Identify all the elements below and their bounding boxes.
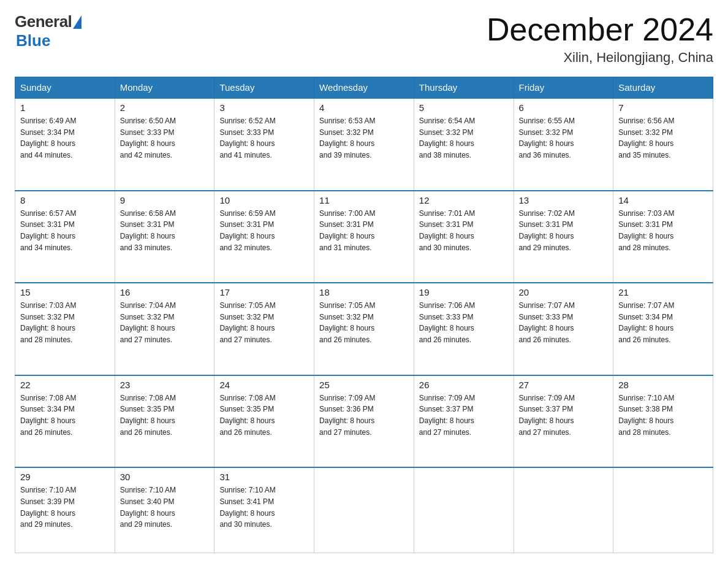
header-cell-saturday: Saturday	[613, 77, 713, 99]
day-number: 9	[120, 195, 210, 205]
calendar-cell: 27Sunrise: 7:09 AM Sunset: 3:37 PM Dayli…	[514, 375, 613, 468]
day-info: Sunrise: 7:07 AM Sunset: 3:34 PM Dayligh…	[618, 300, 708, 345]
day-number: 18	[319, 287, 409, 297]
day-info: Sunrise: 7:10 AM Sunset: 3:39 PM Dayligh…	[20, 484, 110, 530]
calendar-cell: 5Sunrise: 6:54 AM Sunset: 3:32 PM Daylig…	[414, 98, 514, 191]
header-row: SundayMondayTuesdayWednesdayThursdayFrid…	[15, 77, 713, 99]
header: General Blue December 2024 Xilin, Heilon…	[15, 12, 713, 66]
calendar-cell: 17Sunrise: 7:05 AM Sunset: 3:32 PM Dayli…	[214, 283, 314, 375]
calendar-cell: 29Sunrise: 7:10 AM Sunset: 3:39 PM Dayli…	[15, 467, 115, 553]
day-info: Sunrise: 7:09 AM Sunset: 3:37 PM Dayligh…	[519, 393, 609, 438]
day-number: 30	[120, 472, 210, 482]
calendar-cell: 23Sunrise: 7:08 AM Sunset: 3:35 PM Dayli…	[115, 375, 214, 468]
header-cell-tuesday: Tuesday	[214, 77, 314, 99]
day-number: 20	[519, 287, 609, 297]
header-cell-wednesday: Wednesday	[314, 77, 414, 99]
day-info: Sunrise: 7:10 AM Sunset: 3:41 PM Dayligh…	[219, 484, 309, 530]
calendar-cell: 22Sunrise: 7:08 AM Sunset: 3:34 PM Dayli…	[15, 375, 115, 468]
day-number: 16	[120, 287, 210, 297]
title-section: December 2024 Xilin, Heilongjiang, China	[487, 12, 713, 66]
day-info: Sunrise: 7:01 AM Sunset: 3:31 PM Dayligh…	[419, 208, 509, 253]
header-cell-friday: Friday	[514, 77, 613, 99]
calendar-cell: 10Sunrise: 6:59 AM Sunset: 3:31 PM Dayli…	[214, 191, 314, 283]
day-number: 1	[20, 102, 110, 113]
day-number: 13	[519, 195, 609, 205]
calendar-cell	[514, 467, 613, 553]
day-number: 11	[319, 195, 409, 205]
week-row-4: 22Sunrise: 7:08 AM Sunset: 3:34 PM Dayli…	[15, 375, 713, 468]
calendar-cell: 19Sunrise: 7:06 AM Sunset: 3:33 PM Dayli…	[414, 283, 514, 375]
day-number: 2	[120, 102, 210, 113]
week-row-5: 29Sunrise: 7:10 AM Sunset: 3:39 PM Dayli…	[15, 467, 713, 553]
calendar-cell: 21Sunrise: 7:07 AM Sunset: 3:34 PM Dayli…	[613, 283, 713, 375]
day-info: Sunrise: 6:58 AM Sunset: 3:31 PM Dayligh…	[120, 208, 210, 253]
calendar-subtitle: Xilin, Heilongjiang, China	[487, 50, 713, 66]
day-info: Sunrise: 7:03 AM Sunset: 3:32 PM Dayligh…	[20, 300, 110, 345]
logo-general-text: General	[15, 12, 72, 31]
day-number: 23	[120, 380, 210, 390]
week-row-1: 1Sunrise: 6:49 AM Sunset: 3:34 PM Daylig…	[15, 98, 713, 191]
day-number: 15	[20, 287, 110, 297]
calendar-cell: 12Sunrise: 7:01 AM Sunset: 3:31 PM Dayli…	[414, 191, 514, 283]
day-number: 27	[519, 380, 609, 390]
day-number: 17	[219, 287, 309, 297]
day-info: Sunrise: 7:10 AM Sunset: 3:38 PM Dayligh…	[618, 393, 708, 438]
calendar-cell: 13Sunrise: 7:02 AM Sunset: 3:31 PM Dayli…	[514, 191, 613, 283]
header-cell-sunday: Sunday	[15, 77, 115, 99]
calendar-cell: 4Sunrise: 6:53 AM Sunset: 3:32 PM Daylig…	[314, 98, 414, 191]
day-number: 21	[618, 287, 708, 297]
logo-triangle-icon	[73, 15, 82, 29]
day-info: Sunrise: 7:08 AM Sunset: 3:35 PM Dayligh…	[120, 393, 210, 438]
day-number: 7	[618, 102, 708, 113]
day-info: Sunrise: 7:04 AM Sunset: 3:32 PM Dayligh…	[120, 300, 210, 345]
week-row-3: 15Sunrise: 7:03 AM Sunset: 3:32 PM Dayli…	[15, 283, 713, 375]
day-number: 3	[219, 102, 309, 113]
day-number: 5	[419, 102, 509, 113]
calendar-cell: 28Sunrise: 7:10 AM Sunset: 3:38 PM Dayli…	[613, 375, 713, 468]
header-cell-monday: Monday	[115, 77, 214, 99]
calendar-cell	[613, 467, 713, 553]
calendar-title: December 2024	[487, 12, 713, 47]
calendar-cell: 6Sunrise: 6:55 AM Sunset: 3:32 PM Daylig…	[514, 98, 613, 191]
calendar-cell: 7Sunrise: 6:56 AM Sunset: 3:32 PM Daylig…	[613, 98, 713, 191]
day-info: Sunrise: 7:09 AM Sunset: 3:36 PM Dayligh…	[319, 393, 409, 438]
calendar-cell: 20Sunrise: 7:07 AM Sunset: 3:33 PM Dayli…	[514, 283, 613, 375]
day-info: Sunrise: 6:49 AM Sunset: 3:34 PM Dayligh…	[20, 115, 110, 161]
day-info: Sunrise: 6:56 AM Sunset: 3:32 PM Dayligh…	[618, 115, 708, 161]
calendar-table: SundayMondayTuesdayWednesdayThursdayFrid…	[15, 77, 713, 553]
day-number: 29	[20, 472, 110, 482]
day-info: Sunrise: 6:53 AM Sunset: 3:32 PM Dayligh…	[319, 115, 409, 161]
day-info: Sunrise: 6:52 AM Sunset: 3:33 PM Dayligh…	[219, 115, 309, 161]
day-number: 12	[419, 195, 509, 205]
calendar-cell: 1Sunrise: 6:49 AM Sunset: 3:34 PM Daylig…	[15, 98, 115, 191]
logo: General Blue	[15, 12, 82, 50]
day-number: 8	[20, 195, 110, 205]
day-info: Sunrise: 6:59 AM Sunset: 3:31 PM Dayligh…	[219, 208, 309, 253]
day-info: Sunrise: 7:07 AM Sunset: 3:33 PM Dayligh…	[519, 300, 609, 345]
calendar-cell: 31Sunrise: 7:10 AM Sunset: 3:41 PM Dayli…	[214, 467, 314, 553]
day-info: Sunrise: 7:02 AM Sunset: 3:31 PM Dayligh…	[519, 208, 609, 253]
day-number: 28	[618, 380, 708, 390]
calendar-cell: 9Sunrise: 6:58 AM Sunset: 3:31 PM Daylig…	[115, 191, 214, 283]
day-info: Sunrise: 7:03 AM Sunset: 3:31 PM Dayligh…	[618, 208, 708, 253]
calendar-cell	[314, 467, 414, 553]
calendar-cell: 2Sunrise: 6:50 AM Sunset: 3:33 PM Daylig…	[115, 98, 214, 191]
day-info: Sunrise: 7:08 AM Sunset: 3:35 PM Dayligh…	[219, 393, 309, 438]
calendar-cell: 8Sunrise: 6:57 AM Sunset: 3:31 PM Daylig…	[15, 191, 115, 283]
day-info: Sunrise: 7:08 AM Sunset: 3:34 PM Dayligh…	[20, 393, 110, 438]
day-info: Sunrise: 7:00 AM Sunset: 3:31 PM Dayligh…	[319, 208, 409, 253]
calendar-cell: 14Sunrise: 7:03 AM Sunset: 3:31 PM Dayli…	[613, 191, 713, 283]
day-info: Sunrise: 6:54 AM Sunset: 3:32 PM Dayligh…	[419, 115, 509, 161]
day-info: Sunrise: 6:57 AM Sunset: 3:31 PM Dayligh…	[20, 208, 110, 253]
day-number: 10	[219, 195, 309, 205]
logo-blue-text: Blue	[16, 31, 50, 50]
day-info: Sunrise: 7:05 AM Sunset: 3:32 PM Dayligh…	[319, 300, 409, 345]
day-number: 6	[519, 102, 609, 113]
day-number: 14	[618, 195, 708, 205]
day-info: Sunrise: 7:06 AM Sunset: 3:33 PM Dayligh…	[419, 300, 509, 345]
day-number: 19	[419, 287, 509, 297]
day-info: Sunrise: 7:10 AM Sunset: 3:40 PM Dayligh…	[120, 484, 210, 530]
week-row-2: 8Sunrise: 6:57 AM Sunset: 3:31 PM Daylig…	[15, 191, 713, 283]
calendar-cell: 24Sunrise: 7:08 AM Sunset: 3:35 PM Dayli…	[214, 375, 314, 468]
calendar-cell: 18Sunrise: 7:05 AM Sunset: 3:32 PM Dayli…	[314, 283, 414, 375]
